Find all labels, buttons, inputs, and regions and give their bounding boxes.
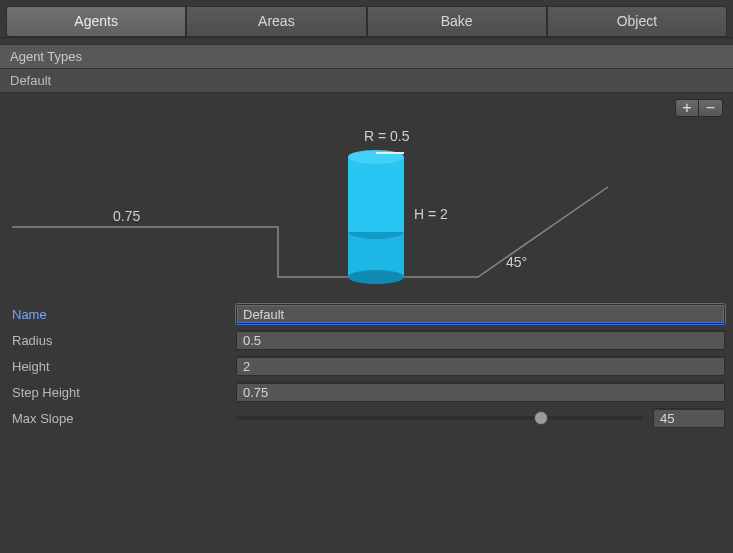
svg-point-1 [348,270,404,284]
radius-field[interactable] [236,330,725,350]
step-height-label: Step Height [8,385,228,400]
tabs-bar: Agents Areas Bake Object [0,0,733,38]
height-field[interactable] [236,356,725,376]
name-field[interactable] [236,304,725,324]
max-slope-label: Max Slope [8,411,228,426]
minus-icon: − [706,101,715,115]
max-slope-slider[interactable] [236,408,725,428]
properties-panel: Name Radius Height Step Height Max Slope [0,297,733,439]
diagram-step-label: 0.75 [113,208,140,224]
svg-rect-3 [348,157,404,232]
plus-icon: + [682,101,691,115]
radius-label: Radius [8,333,228,348]
diagram-radius-label: R = 0.5 [364,128,410,144]
diagram-height-label: H = 2 [414,206,448,222]
slider-thumb[interactable] [534,411,548,425]
diagram-slope-label: 45° [506,254,527,270]
tab-areas[interactable]: Areas [186,6,366,37]
tab-object[interactable]: Object [547,6,727,37]
tab-agents[interactable]: Agents [6,6,186,37]
remove-agent-type-button[interactable]: − [699,99,723,117]
height-label: Height [8,359,228,374]
name-row: Name [8,301,725,327]
tab-bake[interactable]: Bake [367,6,547,37]
agent-types-header: Agent Types [0,44,733,69]
name-label: Name [8,307,228,322]
add-remove-row: + − [0,93,733,117]
max-slope-field[interactable] [653,408,725,428]
height-row: Height [8,353,725,379]
step-height-row: Step Height [8,379,725,405]
agent-diagram: 0.75 45° R = 0.5 H = 2 [8,117,725,297]
agent-type-row[interactable]: Default [0,69,733,93]
max-slope-row: Max Slope [8,405,725,431]
slider-track[interactable] [236,416,643,420]
step-height-field[interactable] [236,382,725,402]
add-agent-type-button[interactable]: + [675,99,699,117]
radius-row: Radius [8,327,725,353]
